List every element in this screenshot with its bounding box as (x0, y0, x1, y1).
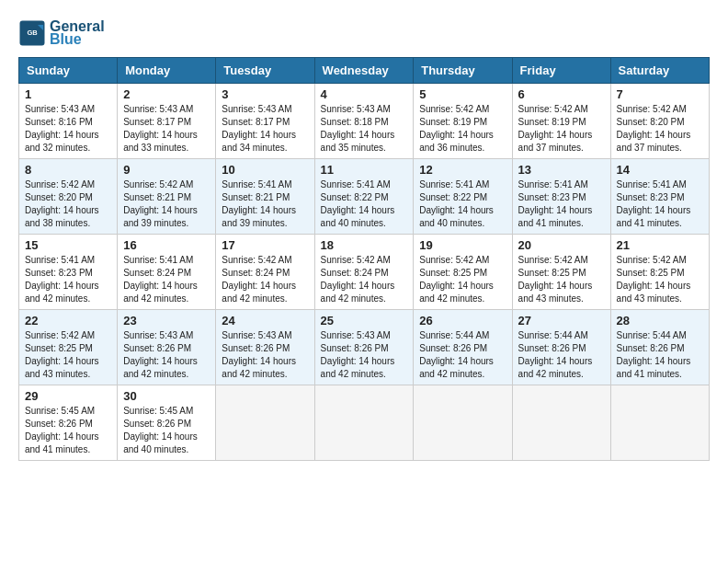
calendar-day: 26Sunrise: 5:44 AMSunset: 8:26 PMDayligh… (414, 310, 512, 385)
calendar-day: 29Sunrise: 5:45 AMSunset: 8:26 PMDayligh… (19, 385, 118, 461)
calendar-day: 4Sunrise: 5:43 AMSunset: 8:18 PMDaylight… (314, 84, 414, 159)
day-info: Sunrise: 5:43 AMSunset: 8:18 PMDaylight:… (321, 103, 408, 155)
col-thursday: Thursday (414, 58, 512, 84)
calendar-week-row: 22Sunrise: 5:42 AMSunset: 8:25 PMDayligh… (19, 310, 710, 385)
day-number: 27 (518, 314, 605, 327)
calendar-day: 8Sunrise: 5:42 AMSunset: 8:20 PMDaylight… (19, 159, 118, 235)
logo-icon: GB (18, 19, 46, 47)
calendar-day: 11Sunrise: 5:41 AMSunset: 8:22 PMDayligh… (314, 159, 414, 235)
col-friday: Friday (512, 58, 610, 84)
day-info: Sunrise: 5:41 AMSunset: 8:24 PMDaylight:… (123, 254, 210, 305)
day-info: Sunrise: 5:42 AMSunset: 8:25 PMDaylight:… (419, 254, 506, 305)
calendar-day: 12Sunrise: 5:41 AMSunset: 8:22 PMDayligh… (414, 159, 512, 235)
day-number: 30 (123, 389, 210, 403)
day-info: Sunrise: 5:43 AMSunset: 8:16 PMDaylight:… (25, 103, 111, 155)
day-info: Sunrise: 5:44 AMSunset: 8:26 PMDaylight:… (617, 329, 703, 381)
calendar-day: 23Sunrise: 5:43 AMSunset: 8:26 PMDayligh… (118, 310, 216, 385)
day-number: 19 (419, 238, 506, 252)
day-number: 17 (222, 238, 308, 252)
calendar-week-row: 8Sunrise: 5:42 AMSunset: 8:20 PMDaylight… (19, 159, 710, 235)
calendar-header-row: Sunday Monday Tuesday Wednesday Thursday… (19, 58, 710, 84)
day-info: Sunrise: 5:45 AMSunset: 8:26 PMDaylight:… (123, 405, 210, 456)
col-saturday: Saturday (610, 58, 709, 84)
calendar-table: Sunday Monday Tuesday Wednesday Thursday… (18, 57, 710, 461)
day-number: 9 (123, 163, 210, 177)
calendar-day: 16Sunrise: 5:41 AMSunset: 8:24 PMDayligh… (118, 235, 216, 310)
calendar-day: 24Sunrise: 5:43 AMSunset: 8:26 PMDayligh… (216, 310, 314, 385)
day-number: 20 (518, 238, 605, 252)
day-number: 14 (617, 163, 703, 177)
calendar-day: 6Sunrise: 5:42 AMSunset: 8:19 PMDaylight… (512, 84, 610, 159)
day-number: 15 (25, 238, 111, 252)
day-number: 13 (518, 163, 605, 177)
empty-cell (414, 385, 512, 461)
logo: GB General Blue (18, 18, 105, 48)
day-info: Sunrise: 5:41 AMSunset: 8:21 PMDaylight:… (222, 178, 308, 230)
day-info: Sunrise: 5:42 AMSunset: 8:25 PMDaylight:… (518, 254, 605, 305)
day-info: Sunrise: 5:45 AMSunset: 8:26 PMDaylight:… (25, 405, 111, 456)
day-number: 26 (419, 314, 506, 327)
day-info: Sunrise: 5:42 AMSunset: 8:20 PMDaylight:… (617, 103, 703, 155)
calendar-week-row: 1Sunrise: 5:43 AMSunset: 8:16 PMDaylight… (19, 84, 710, 159)
day-info: Sunrise: 5:41 AMSunset: 8:22 PMDaylight:… (419, 178, 506, 230)
day-number: 2 (123, 87, 210, 101)
day-number: 25 (321, 314, 408, 327)
day-number: 24 (222, 314, 308, 327)
day-info: Sunrise: 5:41 AMSunset: 8:23 PMDaylight:… (25, 254, 111, 305)
calendar-day: 28Sunrise: 5:44 AMSunset: 8:26 PMDayligh… (610, 310, 709, 385)
calendar-day: 19Sunrise: 5:42 AMSunset: 8:25 PMDayligh… (414, 235, 512, 310)
day-number: 1 (25, 87, 111, 101)
day-info: Sunrise: 5:43 AMSunset: 8:17 PMDaylight:… (123, 103, 210, 155)
calendar-day: 5Sunrise: 5:42 AMSunset: 8:19 PMDaylight… (414, 84, 512, 159)
day-number: 10 (222, 163, 308, 177)
day-info: Sunrise: 5:43 AMSunset: 8:17 PMDaylight:… (222, 103, 308, 155)
day-number: 23 (123, 314, 210, 327)
calendar-day: 17Sunrise: 5:42 AMSunset: 8:24 PMDayligh… (216, 235, 314, 310)
calendar-day: 15Sunrise: 5:41 AMSunset: 8:23 PMDayligh… (19, 235, 118, 310)
col-monday: Monday (118, 58, 216, 84)
calendar-day: 2Sunrise: 5:43 AMSunset: 8:17 PMDaylight… (118, 84, 216, 159)
calendar-day: 7Sunrise: 5:42 AMSunset: 8:20 PMDaylight… (610, 84, 709, 159)
calendar-day: 3Sunrise: 5:43 AMSunset: 8:17 PMDaylight… (216, 84, 314, 159)
day-info: Sunrise: 5:42 AMSunset: 8:21 PMDaylight:… (123, 178, 210, 230)
col-tuesday: Tuesday (216, 58, 314, 84)
day-info: Sunrise: 5:43 AMSunset: 8:26 PMDaylight:… (123, 329, 210, 381)
calendar-day: 21Sunrise: 5:42 AMSunset: 8:25 PMDayligh… (610, 235, 709, 310)
day-info: Sunrise: 5:41 AMSunset: 8:23 PMDaylight:… (518, 178, 605, 230)
calendar-day: 14Sunrise: 5:41 AMSunset: 8:23 PMDayligh… (610, 159, 709, 235)
calendar-day: 22Sunrise: 5:42 AMSunset: 8:25 PMDayligh… (19, 310, 118, 385)
day-info: Sunrise: 5:41 AMSunset: 8:23 PMDaylight:… (617, 178, 703, 230)
day-info: Sunrise: 5:42 AMSunset: 8:24 PMDaylight:… (321, 254, 408, 305)
calendar-day: 10Sunrise: 5:41 AMSunset: 8:21 PMDayligh… (216, 159, 314, 235)
calendar-day: 13Sunrise: 5:41 AMSunset: 8:23 PMDayligh… (512, 159, 610, 235)
calendar-day: 25Sunrise: 5:43 AMSunset: 8:26 PMDayligh… (314, 310, 414, 385)
calendar-day: 27Sunrise: 5:44 AMSunset: 8:26 PMDayligh… (512, 310, 610, 385)
day-number: 11 (321, 163, 408, 177)
day-number: 18 (321, 238, 408, 252)
day-info: Sunrise: 5:42 AMSunset: 8:25 PMDaylight:… (617, 254, 703, 305)
empty-cell (216, 385, 314, 461)
empty-cell (610, 385, 709, 461)
day-number: 16 (123, 238, 210, 252)
day-number: 5 (419, 87, 506, 101)
day-info: Sunrise: 5:43 AMSunset: 8:26 PMDaylight:… (222, 329, 308, 381)
day-number: 12 (419, 163, 506, 177)
calendar-week-row: 29Sunrise: 5:45 AMSunset: 8:26 PMDayligh… (19, 385, 710, 461)
day-number: 6 (518, 87, 605, 101)
page-header: GB General Blue (18, 18, 710, 48)
svg-text:GB: GB (27, 29, 38, 37)
day-number: 21 (617, 238, 703, 252)
day-info: Sunrise: 5:42 AMSunset: 8:19 PMDaylight:… (518, 103, 605, 155)
empty-cell (314, 385, 414, 461)
day-number: 7 (617, 87, 703, 101)
day-number: 8 (25, 163, 111, 177)
day-number: 3 (222, 87, 308, 101)
day-info: Sunrise: 5:41 AMSunset: 8:22 PMDaylight:… (321, 178, 408, 230)
day-number: 28 (617, 314, 703, 327)
calendar-day: 30Sunrise: 5:45 AMSunset: 8:26 PMDayligh… (118, 385, 216, 461)
day-info: Sunrise: 5:42 AMSunset: 8:20 PMDaylight:… (25, 178, 111, 230)
day-number: 22 (25, 314, 111, 327)
calendar-day: 1Sunrise: 5:43 AMSunset: 8:16 PMDaylight… (19, 84, 118, 159)
day-number: 29 (25, 389, 111, 403)
day-info: Sunrise: 5:42 AMSunset: 8:19 PMDaylight:… (419, 103, 506, 155)
